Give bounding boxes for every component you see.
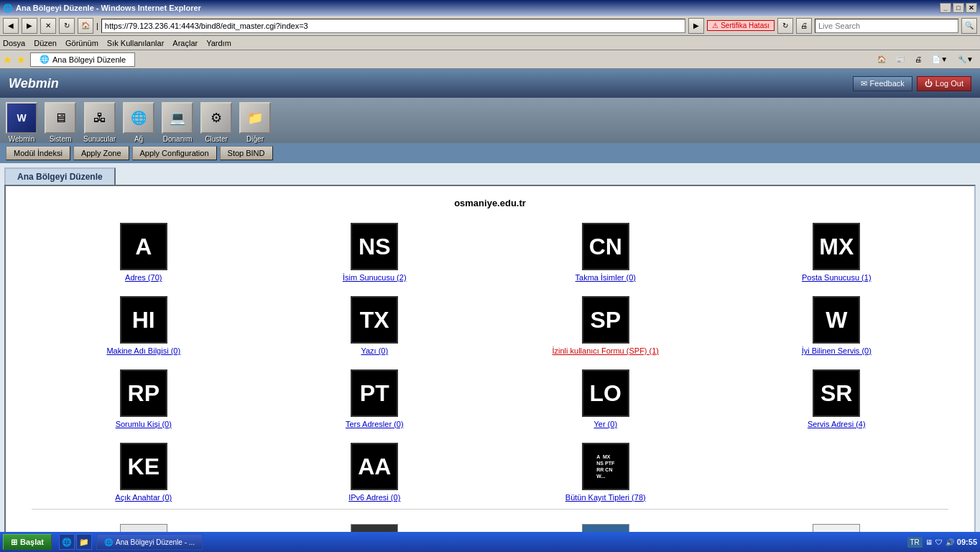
record-label-servis-adresi[interactable]: Servis Adresi (4) xyxy=(808,420,866,428)
record-item-isim-sunucusu[interactable]: NSİsim Sunucusu (2) xyxy=(263,223,487,282)
nav-cluster[interactable]: ⚙ Cluster xyxy=(200,102,232,143)
tools-menu-icon[interactable]: 🔧▼ xyxy=(954,53,977,65)
nav-ag[interactable]: 🌐 Ağ xyxy=(123,102,154,143)
search-input[interactable] xyxy=(815,19,958,33)
nav-icons-bar: W Webmin 🖥 Sistem 🖧 Sunucular 🌐 Ağ 💻 Don… xyxy=(0,98,980,143)
feedback-icon: ✉ xyxy=(861,79,867,88)
nav-sistem[interactable]: 🖥 Sistem xyxy=(45,102,76,143)
menu-gorunum[interactable]: Görünüm xyxy=(65,39,98,47)
feeds-icon[interactable]: 📰 xyxy=(892,53,908,65)
favorite-feeds-icon[interactable]: ★ xyxy=(17,54,26,65)
warning-icon: ⚠ xyxy=(712,22,718,29)
modul-indeksi-button[interactable]: Modül İndeksi xyxy=(6,146,70,160)
webmin-header: Webmin ✉ Feedback ⏻ Log Out xyxy=(0,69,980,98)
record-icon-takma-isimler: CN xyxy=(582,223,629,270)
record-item-posta-sunucusu[interactable]: MXPosta Sunucusu (1) xyxy=(725,223,949,282)
menu-duzen[interactable]: Düzen xyxy=(34,39,57,47)
apply-configuration-button[interactable]: Apply Configuration xyxy=(132,146,217,160)
record-icon-sorumlu-kisi: RP xyxy=(120,369,167,417)
nav-sunucular-icon: 🖧 xyxy=(84,102,116,134)
address-bar: ◀ ▶ ✕ ↻ 🏠 | ▶ ⚠ Sertifika Hatası ↻ 🖨 🔍 xyxy=(0,16,980,36)
print-button[interactable]: 🖨 xyxy=(796,18,812,34)
minimize-button[interactable]: _ xyxy=(940,3,951,13)
record-item-acik-anahtar[interactable]: KEAçık Anahtar (0) xyxy=(32,443,256,502)
browser-icon: 🌐 xyxy=(3,4,13,13)
record-item-makine-adi-bilgisi[interactable]: HIMakine Adı Bilgisi (0) xyxy=(32,296,256,355)
record-label-sorumlu-kisi[interactable]: Sorumlu Kişi (0) xyxy=(116,420,172,428)
record-item-butun-kayit-tipleri[interactable]: A MXNS PTFRR CNW...Bütün Kayıt Tipleri (… xyxy=(494,443,718,502)
record-label-adres[interactable]: Adres (70) xyxy=(125,273,162,282)
quick-launch-ie[interactable]: 🌐 xyxy=(59,534,75,550)
record-item-adres[interactable]: AAdres (70) xyxy=(32,223,256,282)
record-label-izinli-kullanici[interactable]: İzinli kullanıcı Formu (SPF) (1) xyxy=(552,346,659,355)
menu-araclar[interactable]: Araçlar xyxy=(172,39,198,47)
record-icon-servis-adresi: SR xyxy=(813,369,860,417)
menu-sik-kullanilanlar[interactable]: Sık Kullanılanlar xyxy=(107,39,165,47)
menu-yardim[interactable]: Yardım xyxy=(206,39,231,47)
record-label-iyi-bilinen-servis[interactable]: İyi Bilinen Servis (0) xyxy=(802,346,872,355)
record-item-servis-adresi[interactable]: SRServis Adresi (4) xyxy=(725,369,949,428)
nav-sunucular[interactable]: 🖧 Sunucular xyxy=(83,102,116,143)
feedback-button[interactable]: ✉ Feedback xyxy=(853,76,912,91)
address-input[interactable] xyxy=(101,19,685,33)
add-favorite-icon[interactable]: ★ xyxy=(3,54,12,65)
print-preview-icon[interactable]: 🖨 xyxy=(911,53,925,65)
start-button[interactable]: ⊞ Başlat xyxy=(3,534,52,550)
refresh-button[interactable]: ↻ xyxy=(59,18,75,34)
record-label-yer[interactable]: Yer (0) xyxy=(593,420,617,428)
search-button[interactable]: 🔍 xyxy=(961,18,977,34)
language-indicator: TR xyxy=(907,537,923,548)
record-label-takma-isimler[interactable]: Takma İsimler (0) xyxy=(575,273,636,282)
taskbar-ie-task[interactable]: 🌐 Ana Bölgeyi Düzenle - ... xyxy=(96,534,203,550)
record-item-yer[interactable]: LOYer (0) xyxy=(494,369,718,428)
menu-dosya[interactable]: Dosya xyxy=(3,39,25,47)
refresh-page-button[interactable]: ↻ xyxy=(777,18,793,34)
record-label-makine-adi-bilgisi[interactable]: Makine Adı Bilgisi (0) xyxy=(106,346,180,355)
back-button[interactable]: ◀ xyxy=(3,18,19,34)
window-title: Ana Bölgeyi Düzenle - Windows Internet E… xyxy=(16,4,201,12)
home-icon[interactable]: 🏠 xyxy=(874,53,889,65)
apply-zone-button[interactable]: Apply Zone xyxy=(73,146,129,160)
windows-icon: ⊞ xyxy=(11,538,17,547)
forward-button[interactable]: ▶ xyxy=(22,18,37,34)
record-item-ters-adresler[interactable]: PTTers Adresler (0) xyxy=(263,369,487,428)
record-label-butun-kayit-tipleri[interactable]: Bütün Kayıt Tipleri (78) xyxy=(565,493,646,502)
record-icon-makine-adi-bilgisi: HI xyxy=(120,296,167,344)
record-label-ipv6-adresi[interactable]: IPv6 Adresi (0) xyxy=(348,493,400,502)
stop-button[interactable]: ✕ xyxy=(40,18,56,34)
record-label-acik-anahtar[interactable]: Açık Anahtar (0) xyxy=(115,493,172,502)
go-button[interactable]: ▶ xyxy=(688,18,704,34)
record-icon-isim-sunucusu: NS xyxy=(351,223,398,270)
record-grid: AAdres (70)NSİsim Sunucusu (2)CNTakma İs… xyxy=(17,223,963,502)
record-label-posta-sunucusu[interactable]: Posta Sunucusu (1) xyxy=(802,273,872,282)
record-label-ters-adresler[interactable]: Ters Adresler (0) xyxy=(346,420,404,428)
task-icon: 🌐 xyxy=(104,538,113,546)
record-item-izinli-kullanici[interactable]: SPİzinli kullanıcı Formu (SPF) (1) xyxy=(494,296,718,355)
record-label-yazi[interactable]: Yazı (0) xyxy=(361,346,388,355)
nav-cluster-icon: ⚙ xyxy=(200,102,232,134)
record-item-iyi-bilinen-servis[interactable]: Wİyi Bilinen Servis (0) xyxy=(725,296,949,355)
favorites-tab[interactable]: 🌐 Ana Bölgeyi Düzenle xyxy=(30,52,135,67)
nav-donanim[interactable]: 💻 Donanım xyxy=(162,102,193,143)
page-tab: Ana Bölgeyi Düzenle xyxy=(4,167,116,185)
record-item-yazi[interactable]: TXYazı (0) xyxy=(263,296,487,355)
record-item-sorumlu-kisi[interactable]: RPSorumlu Kişi (0) xyxy=(32,369,256,428)
nav-diger[interactable]: 📁 Diğer xyxy=(239,102,271,143)
close-button[interactable]: ✕ xyxy=(966,3,977,13)
home-button[interactable]: 🏠 xyxy=(78,18,93,34)
logout-button[interactable]: ⏻ Log Out xyxy=(917,76,971,91)
quick-launch-2[interactable]: 📁 xyxy=(76,534,92,550)
security-warning[interactable]: ⚠ Sertifika Hatası xyxy=(707,20,775,31)
nav-donanim-icon: 💻 xyxy=(162,102,193,134)
favorites-tab-icon: 🌐 xyxy=(40,55,50,64)
nav-webmin-icon: W xyxy=(6,102,37,134)
nav-diger-icon: 📁 xyxy=(239,102,271,134)
record-label-isim-sunucusu[interactable]: İsim Sunucusu (2) xyxy=(343,273,407,282)
nav-webmin[interactable]: W Webmin xyxy=(6,102,37,143)
page-menu-icon[interactable]: 📄▼ xyxy=(928,53,951,65)
stop-bind-button[interactable]: Stop BIND xyxy=(220,146,273,160)
record-item-takma-isimler[interactable]: CNTakma İsimler (0) xyxy=(494,223,718,282)
restore-button[interactable]: □ xyxy=(953,3,964,13)
title-bar: 🌐 Ana Bölgeyi Düzenle - Windows Internet… xyxy=(0,0,980,16)
record-item-ipv6-adresi[interactable]: AAIPv6 Adresi (0) xyxy=(263,443,487,502)
